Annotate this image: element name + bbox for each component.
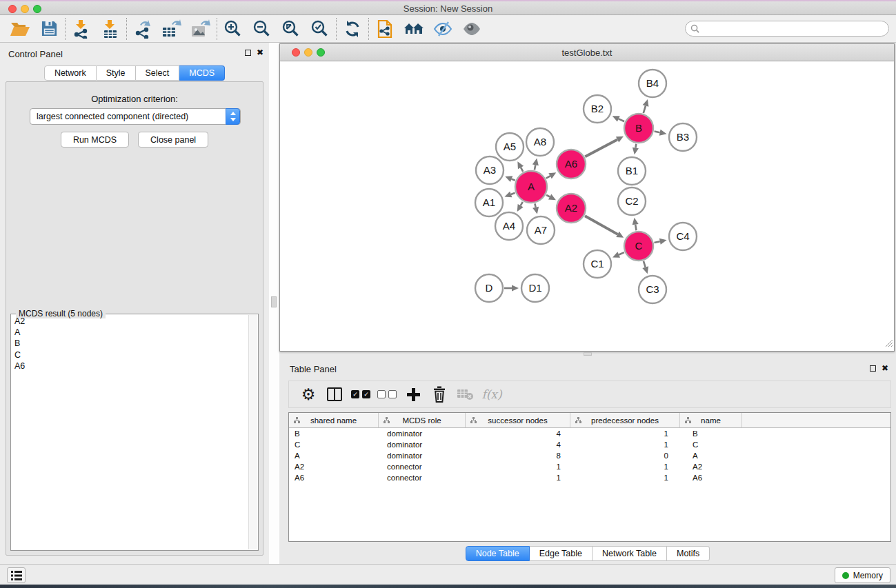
memory-button[interactable]: Memory (835, 567, 890, 583)
result-item[interactable]: A (12, 327, 248, 338)
show-eye-icon[interactable] (457, 17, 486, 41)
close-table-panel-icon[interactable]: ✖ (882, 365, 888, 372)
result-scrollbar[interactable] (248, 315, 257, 549)
result-item[interactable]: A2 (12, 316, 248, 327)
table-cell[interactable]: A (680, 450, 742, 461)
save-session-icon[interactable] (34, 17, 63, 41)
table-row[interactable]: Cdominator41C (289, 439, 890, 450)
graph-node-B4[interactable]: B4 (639, 70, 666, 97)
table-cell[interactable]: A6 (289, 472, 379, 483)
select-stepper[interactable] (226, 108, 240, 125)
tab-motifs[interactable]: Motifs (667, 546, 710, 561)
graph-node-D[interactable]: D (475, 274, 503, 302)
graph-edge-A2-C[interactable] (585, 216, 617, 234)
table-cell[interactable]: 1 (570, 461, 680, 472)
graph-node-A1[interactable]: A1 (475, 189, 503, 216)
graph-node-B1[interactable]: B1 (618, 157, 646, 185)
graph-node-A6[interactable]: A6 (557, 150, 586, 179)
graph-node-A[interactable]: A (515, 171, 547, 203)
table-row[interactable]: Adominator80A (289, 450, 890, 461)
table-cell[interactable]: 4 (466, 439, 570, 450)
table-cell[interactable]: dominator (379, 428, 466, 439)
float-panel-icon[interactable] (245, 50, 251, 56)
table-cell[interactable]: B (289, 428, 379, 439)
table-cell[interactable]: 1 (570, 472, 680, 483)
tab-edge-table[interactable]: Edge Table (530, 546, 593, 561)
table-cell[interactable]: 1 (466, 461, 570, 472)
graph-node-D1[interactable]: D1 (521, 274, 549, 302)
graph-node-C2[interactable]: C2 (618, 187, 646, 215)
function-builder-icon[interactable]: f(x) (479, 383, 505, 406)
tab-style[interactable]: Style (97, 65, 136, 81)
table-cell[interactable]: A6 (680, 472, 742, 483)
table-cell[interactable]: 1 (570, 439, 680, 450)
zoom-selected-icon[interactable] (306, 17, 335, 41)
tab-node-table[interactable]: Node Table (466, 546, 530, 561)
deselect-all-checkbox-icon[interactable] (374, 383, 400, 406)
graph-edge-A-A2[interactable] (546, 195, 550, 197)
table-cell[interactable]: C (680, 439, 742, 450)
criterion-select[interactable]: largest connected component (directed) (30, 108, 241, 125)
task-history-button[interactable] (7, 567, 26, 583)
zoom-fit-icon[interactable] (277, 17, 306, 41)
result-item[interactable]: B (12, 338, 248, 349)
table-cell[interactable]: 0 (570, 450, 680, 461)
splitter-handle[interactable] (271, 296, 277, 307)
graph-edge-B-B4[interactable] (644, 105, 646, 113)
refresh-icon[interactable] (338, 17, 367, 41)
table-cell[interactable]: C (289, 439, 379, 450)
table-cell[interactable]: connector (379, 472, 466, 483)
resize-grip-icon[interactable] (884, 338, 893, 350)
graph-node-C3[interactable]: C3 (639, 276, 666, 303)
graph-edge-A-A7[interactable] (535, 203, 535, 207)
zoom-out-icon[interactable] (248, 17, 277, 41)
table-cell[interactable]: B (680, 428, 742, 439)
table-cell[interactable]: 1 (570, 428, 680, 439)
column-header-shared-name[interactable]: shared name (289, 413, 379, 427)
network-canvas[interactable]: B4B2BB3A5A8A6B1A3AC2A1A2A4A7CC4C1C3DD1 (280, 61, 894, 351)
graph-node-A8[interactable]: A8 (526, 128, 554, 156)
table-row[interactable]: A2connector11A2 (289, 461, 890, 472)
search-input[interactable] (702, 23, 888, 35)
graph-edge-A-A3[interactable] (512, 179, 515, 181)
graph-edge-A-A6[interactable] (546, 176, 550, 178)
graph-node-A4[interactable]: A4 (495, 212, 523, 240)
graph-edge-B-B3[interactable] (655, 132, 660, 133)
open-folder-icon[interactable] (6, 17, 34, 41)
home-views-icon[interactable] (399, 17, 428, 41)
result-item[interactable]: C (12, 349, 248, 361)
graph-edge-C-C3[interactable] (644, 261, 646, 267)
import-table-icon[interactable] (96, 17, 125, 41)
table-row[interactable]: Bdominator41B (289, 428, 890, 439)
run-mcds-button[interactable]: Run MCDS (61, 132, 129, 148)
network-from-file-icon[interactable] (370, 17, 399, 41)
graph-edge-C-C2[interactable] (635, 225, 636, 231)
tab-network-table[interactable]: Network Table (593, 546, 667, 561)
graph-edge-C-C1[interactable] (619, 252, 624, 254)
zoom-in-icon[interactable] (219, 17, 248, 41)
graph-edge-A-A1[interactable] (511, 193, 515, 194)
table-cell[interactable]: 1 (466, 472, 570, 483)
graph-edge-A6-B[interactable] (585, 139, 617, 156)
table-cell[interactable]: A2 (289, 461, 379, 472)
search-field[interactable] (685, 21, 889, 37)
graph-edge-B-B1[interactable] (635, 144, 636, 148)
graph-node-C1[interactable]: C1 (584, 250, 611, 278)
table-row[interactable]: A6connector11A6 (289, 472, 890, 483)
graph-node-B2[interactable]: B2 (584, 95, 611, 123)
result-item[interactable]: A6 (12, 361, 248, 372)
table-cell[interactable]: dominator (379, 450, 466, 461)
graph-node-B[interactable]: B (624, 114, 653, 143)
table-cell[interactable]: A2 (680, 461, 742, 472)
graph-node-A3[interactable]: A3 (476, 156, 504, 184)
graph-node-B3[interactable]: B3 (669, 123, 697, 151)
float-table-panel-icon[interactable] (870, 365, 876, 372)
column-header-successor-nodes[interactable]: successor nodes (466, 413, 570, 427)
column-header-name[interactable]: name (680, 413, 742, 427)
close-panel-icon[interactable]: ✖ (257, 49, 263, 57)
add-column-icon[interactable] (400, 383, 426, 406)
delete-table-icon[interactable] (452, 383, 479, 406)
network-window-titlebar[interactable]: testGlobe.txt (280, 44, 894, 61)
graph-edge-A-A4[interactable] (521, 202, 523, 206)
select-all-checkbox-icon[interactable]: ✓✓ (348, 383, 374, 406)
